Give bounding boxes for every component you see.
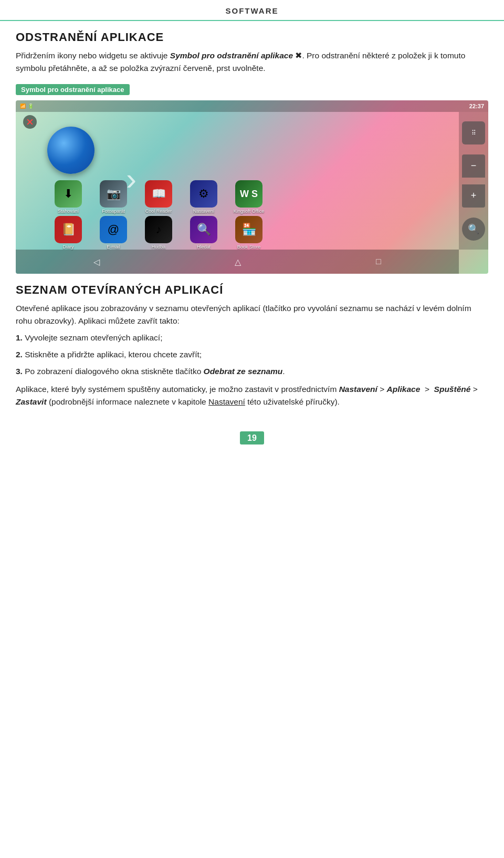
bottom-nav: ◁ △ □ — [16, 250, 459, 274]
fotoaparát-icon: 📷 — [100, 180, 127, 208]
section2-title: SEZNAM OTEVÍRANÝCH APLIKACÍ — [16, 283, 488, 297]
app-email[interactable]: @ E-mail — [92, 216, 134, 250]
diary-label: Diary — [62, 244, 74, 250]
status-left-icons: 📶 🔋 — [20, 104, 34, 109]
magnifier-button[interactable]: 🔍 — [462, 218, 485, 241]
screenshot-container: 📶 🔋 22:37 › ⬇ — [16, 100, 488, 274]
app-diary[interactable]: 📔 Diary — [47, 216, 89, 250]
globe-widget — [47, 127, 94, 174]
step3: 3. Po zobrazení dialogového okna stiskně… — [16, 365, 488, 378]
app-row-2: 📔 Diary @ E-mail ♪ Hudba 🔍 Hledat — [47, 216, 457, 250]
hledat-label: Hledat — [197, 244, 211, 250]
page-number: 19 — [240, 431, 264, 444]
diary-icon: 📔 — [55, 216, 82, 243]
hledat-icon: 🔍 — [190, 216, 217, 243]
step1: 1. Vyvolejte seznam otevřených aplikací; — [16, 332, 488, 344]
home-button[interactable]: △ — [235, 257, 241, 267]
android-screen: 📶 🔋 22:37 › ⬇ — [16, 100, 488, 274]
app-grid: ⬇ Stahování 📷 Fotoaparát 📖 Cool Reader ⚙… — [47, 180, 457, 250]
status-bar: 📶 🔋 22:37 — [16, 100, 488, 112]
kingsoft-label: Kingsoft Office — [234, 209, 264, 214]
stahování-icon: ⬇ — [55, 180, 82, 208]
wifi-icon: 📶 — [20, 104, 26, 109]
page-number-container: 19 — [0, 433, 504, 451]
app-nastavení[interactable]: ⚙ Nastavení — [183, 180, 225, 214]
app-kingsoft[interactable]: W S Kingsoft Office — [228, 180, 270, 214]
status-time: 22:37 — [469, 103, 484, 109]
kingsoft-icon: W S — [235, 180, 262, 208]
battery-icon: 🔋 — [28, 104, 34, 109]
app-hledat[interactable]: 🔍 Hledat — [183, 216, 225, 250]
page-header: SOFTWARE — [0, 0, 504, 21]
plus-button[interactable]: + — [462, 184, 485, 208]
minus-button[interactable]: − — [462, 154, 485, 178]
bookstore-icon: 🏪 — [235, 216, 262, 243]
section2-para2: Aplikace, které byly systémem spuštěny a… — [16, 383, 488, 408]
hudba-icon: ♪ — [145, 216, 172, 243]
email-icon: @ — [100, 216, 127, 243]
nastavení-icon: ⚙ — [190, 180, 217, 208]
bookstore-label: Book Store — [237, 244, 261, 250]
main-content: ODSTRANĚNÍ APLIKACE Přidržením ikony neb… — [0, 21, 504, 423]
nastavení-label: Nastavení — [193, 209, 215, 214]
header-title: SOFTWARE — [226, 6, 279, 15]
section1-title: ODSTRANĚNÍ APLIKACE — [16, 30, 488, 44]
recents-button[interactable]: □ — [376, 257, 381, 266]
step2: 2. Stiskněte a přidržte aplikaci, kterou… — [16, 348, 488, 361]
coolreader-label: Cool Reader — [145, 209, 172, 214]
back-button[interactable]: ◁ — [93, 257, 100, 267]
app-stahování[interactable]: ⬇ Stahování — [47, 180, 89, 214]
symbol-label-badge: Symbol pro odstranění aplikace — [16, 84, 130, 95]
section1-para1: Přidržením ikony nebo widgetu se aktivuj… — [16, 49, 488, 75]
steps-list: 1. Vyvolejte seznam otevřených aplikací;… — [16, 332, 488, 378]
app-coolreader[interactable]: 📖 Cool Reader — [138, 180, 180, 214]
fotoaparát-label: Fotoaparát — [102, 209, 125, 214]
close-x-button[interactable] — [23, 115, 37, 129]
section2-para1: Otevřené aplikace jsou zobrazovány v sez… — [16, 302, 488, 327]
app-bookstore[interactable]: 🏪 Book Store — [228, 216, 270, 250]
hudba-label: Hudba — [152, 244, 166, 250]
email-label: E-mail — [107, 244, 120, 250]
stahování-label: Stahování — [58, 209, 79, 214]
app-row-1: ⬇ Stahování 📷 Fotoaparát 📖 Cool Reader ⚙… — [47, 180, 457, 214]
app-hudba[interactable]: ♪ Hudba — [138, 216, 180, 250]
magnifier-icon: 🔍 — [468, 223, 479, 235]
apps-button[interactable]: ⠿ — [462, 121, 485, 144]
right-panel: ⠿ − + 🔍 — [459, 112, 488, 250]
coolreader-icon: 📖 — [145, 180, 172, 208]
chevron-right-icon: › — [126, 163, 136, 195]
